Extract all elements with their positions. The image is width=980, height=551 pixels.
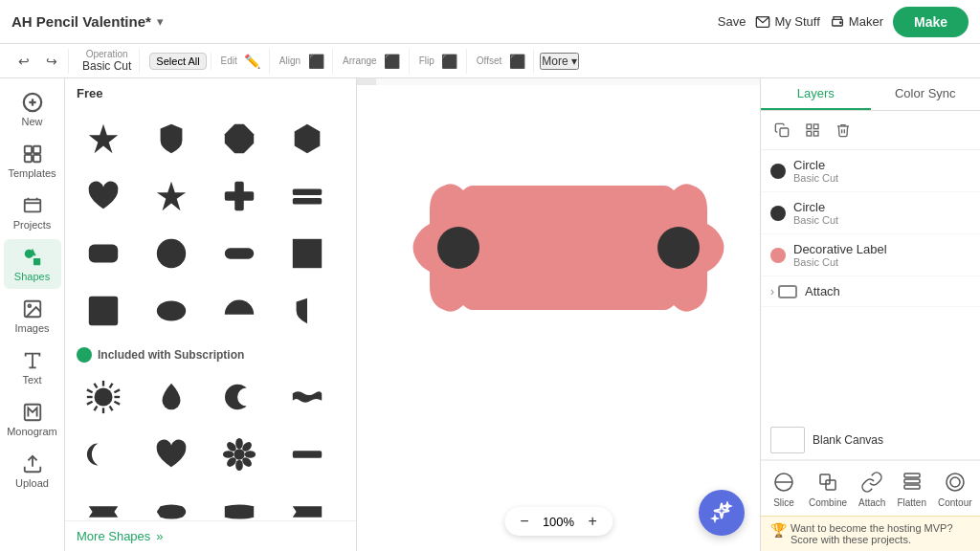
tab-layers[interactable]: Layers xyxy=(761,78,871,110)
shape-equals[interactable] xyxy=(280,169,334,223)
arrange-button[interactable]: ⬛ xyxy=(380,49,405,74)
promo-banner[interactable]: 🏆 Want to become the hosting MVP? Score … xyxy=(761,516,980,551)
edit-group: Edit ✏️ xyxy=(217,49,270,74)
shape-star5[interactable] xyxy=(145,169,198,223)
shape-octagon[interactable] xyxy=(212,112,266,165)
canvas-background[interactable] xyxy=(376,98,760,551)
shape-square[interactable] xyxy=(280,227,334,280)
shape-minus-banner[interactable] xyxy=(280,428,334,481)
edit-label: Edit xyxy=(221,55,237,66)
zoom-out-button[interactable]: − xyxy=(514,511,535,532)
my-stuff-button[interactable]: My Stuff xyxy=(755,14,819,30)
shape-shield[interactable] xyxy=(145,112,198,165)
layer-info-circle-1: Circle Basic Cut xyxy=(793,158,838,184)
basic-cut-label: Basic Cut xyxy=(82,59,131,73)
shape-banner1[interactable] xyxy=(77,485,130,520)
arrange-group: Arrange ⬛ xyxy=(339,49,410,74)
flatten-tool[interactable]: Flatten xyxy=(891,465,932,512)
nav-text[interactable]: Text xyxy=(4,342,61,392)
operation-labeled[interactable]: Operation Basic Cut xyxy=(78,49,135,73)
nav-images[interactable]: Images xyxy=(4,291,61,341)
svg-rect-10 xyxy=(24,199,40,211)
operation-group: Operation Basic Cut xyxy=(75,49,140,73)
shape-heart2[interactable] xyxy=(145,428,198,481)
contour-tool[interactable]: Contour xyxy=(932,465,978,512)
nav-templates[interactable]: Templates xyxy=(4,136,61,186)
save-button[interactable]: Save xyxy=(718,14,746,29)
zoom-in-button[interactable]: + xyxy=(582,511,603,532)
shape-rect-rounded[interactable] xyxy=(77,227,130,280)
shape-banner3[interactable] xyxy=(212,485,266,520)
project-title: AH Pencil Valentine* xyxy=(11,13,151,30)
redo-button[interactable]: ↪ xyxy=(39,49,64,74)
more-button[interactable]: More ▾ xyxy=(540,53,579,70)
shape-flower[interactable] xyxy=(212,428,266,481)
shape-hexagon[interactable] xyxy=(280,112,334,165)
layers-toolbar xyxy=(761,111,980,150)
layer-circle-2[interactable]: Circle Basic Cut xyxy=(761,192,980,234)
magic-button[interactable] xyxy=(699,490,745,536)
shape-banner4[interactable] xyxy=(280,485,334,520)
make-button[interactable]: Make xyxy=(893,7,969,37)
shape-shield2[interactable] xyxy=(280,284,334,338)
nav-new[interactable]: New xyxy=(4,84,61,134)
slice-tool[interactable]: Slice xyxy=(765,465,803,512)
shape-heart[interactable] xyxy=(77,169,130,223)
svg-rect-9 xyxy=(33,154,39,161)
shape-pill[interactable] xyxy=(212,227,266,280)
shape-star[interactable] xyxy=(77,112,130,165)
slice-icon xyxy=(770,469,797,496)
header-right: Save My Stuff Maker Make xyxy=(718,7,969,37)
svg-rect-24 xyxy=(293,188,322,195)
edit-pencil-button[interactable]: ✏️ xyxy=(240,49,265,74)
svg-rect-94 xyxy=(904,474,920,477)
svg-rect-28 xyxy=(225,248,254,258)
shape-crescent2[interactable] xyxy=(77,428,130,481)
nav-projects[interactable]: Projects xyxy=(4,187,61,237)
svg-rect-92 xyxy=(904,485,920,489)
align-button[interactable]: ⬛ xyxy=(303,49,328,74)
select-all-button[interactable]: Select All xyxy=(149,53,206,70)
layer-circle-1[interactable]: Circle Basic Cut xyxy=(761,150,980,192)
sub-shapes-grid xyxy=(65,366,356,520)
shape-sunburst[interactable] xyxy=(77,370,130,424)
undo-button[interactable]: ↩ xyxy=(11,49,36,74)
shape-circle[interactable] xyxy=(145,227,198,280)
nav-monogram[interactable]: Monogram xyxy=(4,394,61,444)
nav-shapes[interactable]: Shapes xyxy=(4,239,61,289)
svg-rect-8 xyxy=(24,154,31,161)
attach-tool[interactable]: Attach xyxy=(853,465,891,512)
shape-banner2[interactable] xyxy=(145,485,198,520)
trophy-icon: 🏆 xyxy=(770,522,787,538)
offset-button[interactable]: ⬛ xyxy=(504,49,529,74)
shape-drop[interactable] xyxy=(145,370,198,424)
canvas-area[interactable]: 0 1 2 3 4 5 6 7 8 1 2 3 4 5 6 7 8 xyxy=(357,78,760,551)
layer-tool-group[interactable] xyxy=(799,117,826,143)
right-panel: Layers Color Sync Circle Basic Cut xyxy=(760,78,980,551)
canvas-white[interactable] xyxy=(357,85,760,551)
svg-point-45 xyxy=(234,449,244,459)
layer-tool-copy[interactable] xyxy=(768,117,795,143)
svg-rect-7 xyxy=(33,145,39,152)
offset-label: Offset xyxy=(477,55,502,66)
shape-semicircle[interactable] xyxy=(212,284,266,338)
shape-ellipse[interactable] xyxy=(145,284,198,338)
svg-line-34 xyxy=(110,384,113,388)
more-shapes-footer[interactable]: More Shapes » xyxy=(65,520,356,551)
title-dropdown-icon[interactable]: ▾ xyxy=(157,14,164,29)
attach-row[interactable]: › Attach xyxy=(761,276,980,307)
shape-cross[interactable] xyxy=(212,169,266,223)
shape-square2[interactable] xyxy=(77,284,130,338)
layer-deco-label[interactable]: Decorative Label Basic Cut xyxy=(761,234,980,276)
tab-color-sync[interactable]: Color Sync xyxy=(871,78,981,110)
combine-tool[interactable]: Combine xyxy=(803,465,853,512)
maker-button[interactable]: Maker xyxy=(830,14,883,30)
shape-banner-wave[interactable] xyxy=(280,370,334,424)
layer-tool-delete[interactable] xyxy=(830,117,857,143)
printer-icon xyxy=(830,14,845,30)
shapes-scroll[interactable]: Included with Subscription xyxy=(65,108,356,520)
flip-button[interactable]: ⬛ xyxy=(437,49,462,74)
layer-info-deco: Decorative Label Basic Cut xyxy=(793,242,887,268)
shape-crescent[interactable] xyxy=(212,370,266,424)
nav-upload[interactable]: Upload xyxy=(4,446,61,496)
